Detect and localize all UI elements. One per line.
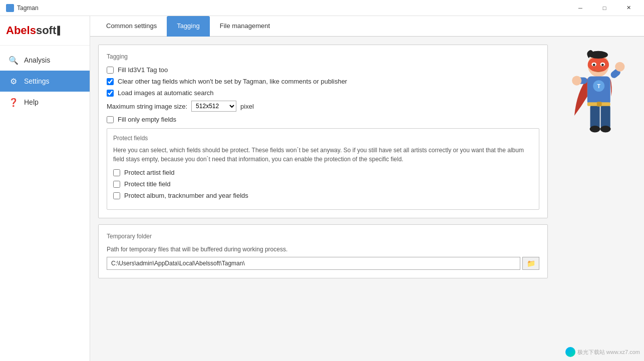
logo: A bels soft ▌ <box>6 24 84 37</box>
fill-id3v1-row: Fill Id3V1 Tag too <box>107 66 539 74</box>
minimize-button[interactable]: ─ <box>569 0 592 16</box>
path-input[interactable] <box>107 257 520 270</box>
content-area: Common settings Tagging File management … <box>90 16 644 361</box>
titlebar-title: Tagman <box>6 4 39 12</box>
svg-text:T: T <box>597 83 601 89</box>
watermark: 极光下载站 www.xz7.com <box>565 347 640 357</box>
load-images-checkbox[interactable] <box>107 90 114 97</box>
hero-area: T <box>556 45 636 353</box>
protect-title-checkbox[interactable] <box>113 181 120 188</box>
clear-other-row: Clear other tag fields which won't be se… <box>107 78 539 85</box>
temp-folder-description: Path for temporary files that will be bu… <box>107 246 539 253</box>
tagging-section-title: Tagging <box>107 53 539 60</box>
protect-artist-label[interactable]: Protect artist field <box>124 169 174 176</box>
logo-cursor: ▌ <box>57 26 63 35</box>
protect-artist-checkbox[interactable] <box>113 169 120 176</box>
svg-point-6 <box>601 64 604 66</box>
fill-empty-row: Fill only empty fields <box>107 116 539 123</box>
protect-fields-description: Here you can select, which fields should… <box>113 146 533 164</box>
svg-rect-20 <box>597 102 602 107</box>
protect-title-row: Protect title field <box>113 180 533 188</box>
titlebar: Tagman ─ □ ✕ <box>0 0 644 16</box>
watermark-logo-icon <box>565 347 575 357</box>
image-size-select[interactable]: 128x128 256x256 512x512 1024x1024 <box>191 101 236 112</box>
image-size-row: Maximum string image size: 128x128 256x2… <box>107 101 539 112</box>
sidebar-item-help-label: Help <box>24 98 39 106</box>
analysis-icon: 🔍 <box>8 55 19 66</box>
tab-file-management[interactable]: File management <box>210 16 280 37</box>
sidebar-item-analysis-label: Analysis <box>24 56 50 64</box>
sidebar-nav: 🔍 Analysis ⚙ Settings ❓ Help <box>0 46 90 361</box>
load-images-row: Load images at automatic search <box>107 89 539 97</box>
app-title: Tagman <box>17 5 39 12</box>
tagging-section: Tagging Fill Id3V1 Tag too Clear other t… <box>98 45 548 218</box>
pixel-label: pixel <box>240 103 254 110</box>
app-body: A bels soft ▌ 🔍 Analysis ⚙ Settings ❓ He… <box>0 16 644 361</box>
settings-icon: ⚙ <box>8 76 19 87</box>
fill-id3v1-checkbox[interactable] <box>107 67 114 74</box>
fill-empty-checkbox[interactable] <box>107 116 114 123</box>
maximize-button[interactable]: □ <box>593 0 616 16</box>
sidebar-logo: A bels soft ▌ <box>0 16 90 46</box>
tab-bar: Common settings Tagging File management <box>90 16 644 37</box>
clear-other-checkbox[interactable] <box>107 78 114 85</box>
tab-tagging[interactable]: Tagging <box>167 16 210 37</box>
protect-title-label[interactable]: Protect title field <box>124 180 171 188</box>
help-icon: ❓ <box>8 97 19 108</box>
watermark-text: 极光下载站 www.xz7.com <box>577 348 640 356</box>
fill-empty-label[interactable]: Fill only empty fields <box>118 116 176 123</box>
fill-id3v1-label[interactable]: Fill Id3V1 Tag too <box>118 66 168 74</box>
temp-folder-title: Temporary folder <box>107 233 539 240</box>
logo-soft: soft <box>36 24 56 37</box>
path-row: 📁 <box>107 257 539 270</box>
temp-folder-section: Temporary folder Path for temporary file… <box>98 224 548 278</box>
app-icon <box>6 4 14 12</box>
browse-folder-button[interactable]: 📁 <box>522 257 539 270</box>
tab-common-settings[interactable]: Common settings <box>96 16 167 37</box>
panel: Tagging Fill Id3V1 Tag too Clear other t… <box>90 37 644 361</box>
svg-point-18 <box>600 126 611 132</box>
svg-point-14 <box>615 62 624 72</box>
svg-rect-2 <box>588 62 609 69</box>
protect-album-checkbox[interactable] <box>113 192 120 199</box>
clear-other-label[interactable]: Clear other tag fields which won't be se… <box>118 78 347 85</box>
hero-image: T <box>561 49 631 159</box>
sidebar-item-help[interactable]: ❓ Help <box>0 92 90 113</box>
sidebar-item-settings[interactable]: ⚙ Settings <box>0 71 90 92</box>
protect-fields-box: Protect fields Here you can select, whic… <box>107 128 539 210</box>
folder-icon: 📁 <box>527 259 535 267</box>
svg-point-12 <box>572 76 581 86</box>
svg-point-17 <box>590 126 600 132</box>
window-controls: ─ □ ✕ <box>569 0 640 16</box>
close-button[interactable]: ✕ <box>617 0 640 16</box>
image-size-label: Maximum string image size: <box>107 103 187 110</box>
settings-area: Tagging Fill Id3V1 Tag too Clear other t… <box>98 45 548 353</box>
sidebar-item-settings-label: Settings <box>24 77 50 85</box>
svg-point-5 <box>593 64 595 66</box>
sidebar-item-analysis[interactable]: 🔍 Analysis <box>0 50 90 71</box>
protect-fields-title: Protect fields <box>113 135 533 142</box>
sidebar: A bels soft ▌ 🔍 Analysis ⚙ Settings ❓ He… <box>0 16 90 361</box>
protect-album-label[interactable]: Protect album, tracknumber and year fiel… <box>124 192 248 199</box>
logo-bels: bels <box>14 24 36 37</box>
load-images-label[interactable]: Load images at automatic search <box>118 89 214 97</box>
logo-a-icon: A <box>6 24 14 37</box>
protect-artist-row: Protect artist field <box>113 169 533 176</box>
protect-album-row: Protect album, tracknumber and year fiel… <box>113 192 533 199</box>
